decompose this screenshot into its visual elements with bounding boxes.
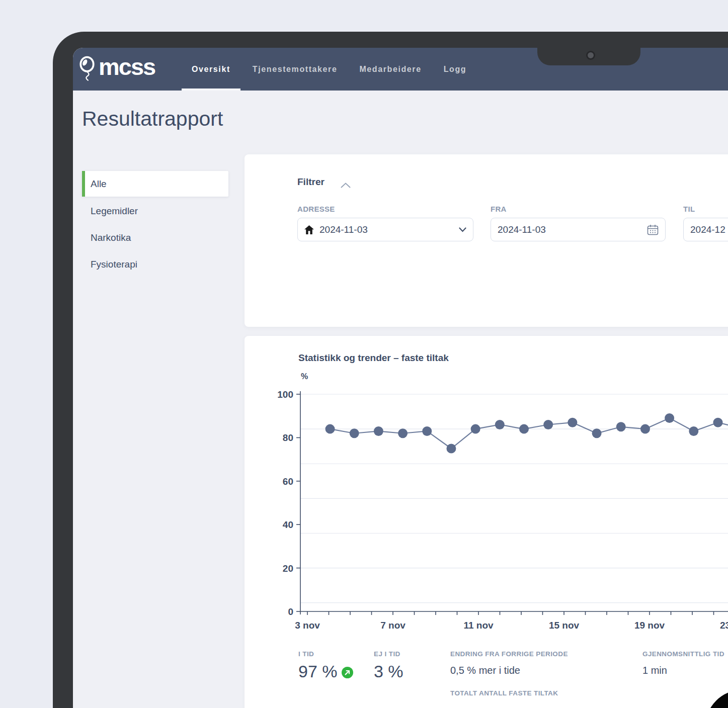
stat-value-text: 97 % bbox=[298, 662, 338, 681]
sidebar-item-fysioterapi[interactable]: Fysioterapi bbox=[82, 251, 228, 278]
til-field: TIL 2024-12 bbox=[683, 205, 728, 241]
stat-value-text: 1 min bbox=[642, 665, 724, 676]
data-point bbox=[422, 426, 432, 436]
statistics-card: Statistikk og trender – faste tiltak % 0… bbox=[245, 336, 728, 708]
stat-label: TOTALT ANTALL FASTE TILTAK bbox=[450, 689, 558, 697]
data-point bbox=[326, 424, 335, 434]
chevron-up-icon bbox=[341, 181, 351, 190]
chevron-down-icon bbox=[459, 227, 466, 232]
stat-value-text: 0,5 % mer i tide bbox=[450, 665, 568, 676]
data-point bbox=[689, 426, 698, 436]
til-label: TIL bbox=[683, 205, 728, 213]
stat-ej-i-tid: EJ I TID 3 % bbox=[374, 650, 403, 681]
fra-value: 2024-11-03 bbox=[498, 224, 546, 235]
data-point bbox=[568, 418, 577, 427]
x-tick-label: 19 nov bbox=[634, 620, 665, 631]
nav-item-logg[interactable]: Logg bbox=[433, 48, 478, 91]
sidebar-item-alle[interactable]: Alle bbox=[82, 171, 228, 197]
sidebar-item-legemidler[interactable]: Legemidler bbox=[82, 198, 228, 224]
y-tick-label: 0 bbox=[288, 606, 293, 617]
adresse-field: ADRESSE 2024-11-03 bbox=[297, 205, 473, 241]
stat-label: GJENNOMSNITTLIG TID bbox=[642, 650, 724, 658]
y-tick-label: 60 bbox=[283, 476, 293, 487]
fra-field: FRA 2024-11-03 bbox=[491, 205, 666, 241]
data-point bbox=[374, 426, 383, 436]
balloon-logo-icon bbox=[79, 55, 95, 83]
trend-line-chart: 0204060801003 nov7 nov11 nov15 nov19 nov… bbox=[274, 387, 728, 638]
x-tick-label: 23 nov bbox=[720, 620, 728, 631]
mockup-stage: mcss OversiktTjenestemottakereMedarbeide… bbox=[0, 0, 728, 708]
home-icon bbox=[304, 225, 314, 234]
data-point bbox=[495, 420, 505, 429]
stat-value-text: 3 % bbox=[374, 662, 403, 681]
sidebar-item-label: Alle bbox=[91, 179, 107, 190]
data-point bbox=[446, 444, 456, 454]
til-date-input[interactable]: 2024-12 bbox=[683, 218, 728, 241]
x-tick-label: 3 nov bbox=[295, 620, 320, 631]
trend-up-badge bbox=[342, 667, 353, 678]
sidebar-item-label: Narkotika bbox=[91, 232, 131, 243]
nav-item-oversikt[interactable]: Oversikt bbox=[181, 48, 241, 91]
app-screen: mcss OversiktTjenestemottakereMedarbeide… bbox=[73, 48, 728, 708]
stat-label: ENDRING FRA FORRIGE PERIODE bbox=[450, 650, 568, 658]
data-point bbox=[543, 420, 553, 429]
data-point bbox=[616, 422, 626, 431]
data-point bbox=[398, 428, 408, 438]
y-tick-label: 40 bbox=[283, 519, 293, 530]
y-tick-label: 100 bbox=[277, 389, 293, 400]
adresse-select[interactable]: 2024-11-03 bbox=[297, 218, 473, 241]
filter-collapse-button[interactable] bbox=[341, 181, 352, 189]
stat-gjennomsnittlig-tid: GJENNOMSNITTLIG TID 1 min bbox=[642, 650, 724, 676]
filter-title: Filtrer bbox=[297, 176, 325, 188]
active-indicator bbox=[82, 171, 85, 197]
report-sidebar: AlleLegemidlerNarkotikaFysioterapi bbox=[82, 171, 228, 278]
stat-i-tid: I TID 97 % bbox=[298, 650, 353, 681]
data-point bbox=[640, 424, 650, 434]
y-tick-label: 20 bbox=[283, 563, 293, 574]
nav-items: OversiktTjenestemottakereMedarbeidereLog… bbox=[181, 48, 477, 91]
logo-text: mcss bbox=[99, 55, 155, 78]
sidebar-item-label: Legemidler bbox=[91, 206, 138, 217]
adresse-value: 2024-11-03 bbox=[319, 224, 368, 235]
adresse-label: ADRESSE bbox=[297, 205, 473, 213]
calendar-icon bbox=[647, 224, 659, 235]
tablet-notch bbox=[537, 32, 640, 65]
til-value: 2024-12 bbox=[690, 224, 725, 235]
chart-title: Statistikk og trender – faste tiltak bbox=[298, 352, 449, 364]
camera-dot bbox=[586, 51, 595, 60]
x-tick-label: 7 nov bbox=[380, 620, 406, 631]
sidebar-item-label: Fysioterapi bbox=[91, 259, 137, 270]
mcss-logo[interactable]: mcss bbox=[79, 55, 164, 83]
data-point bbox=[713, 418, 723, 427]
x-tick-label: 11 nov bbox=[463, 620, 494, 631]
data-point bbox=[350, 428, 359, 438]
nav-item-medarbeidere[interactable]: Medarbeidere bbox=[348, 48, 432, 91]
stat-label: EJ I TID bbox=[374, 650, 403, 658]
fra-label: FRA bbox=[491, 205, 666, 213]
stat-endring: ENDRING FRA FORRIGE PERIODE 0,5 % mer i … bbox=[450, 650, 568, 676]
data-point bbox=[665, 413, 674, 423]
page-title: Resultatrapport bbox=[82, 107, 223, 131]
data-point bbox=[519, 424, 529, 434]
y-tick-label: 80 bbox=[283, 432, 293, 443]
stat-value: 97 % bbox=[298, 662, 353, 681]
sidebar-item-narkotika[interactable]: Narkotika bbox=[82, 224, 228, 251]
fra-date-input[interactable]: 2024-11-03 bbox=[491, 218, 666, 241]
stat-value: 3 % bbox=[374, 662, 403, 681]
stat-label: I TID bbox=[298, 650, 353, 658]
x-tick-label: 15 nov bbox=[549, 620, 580, 631]
data-point bbox=[592, 428, 602, 438]
nav-item-tjenestemottakere[interactable]: Tjenestemottakere bbox=[241, 48, 349, 91]
y-axis-unit-label: % bbox=[301, 372, 308, 381]
filter-card: Filtrer ADRESSE 2024-11-03 bbox=[245, 154, 728, 327]
data-point bbox=[471, 424, 480, 434]
stat-totalt-antall: TOTALT ANTALL FASTE TILTAK bbox=[450, 689, 558, 697]
